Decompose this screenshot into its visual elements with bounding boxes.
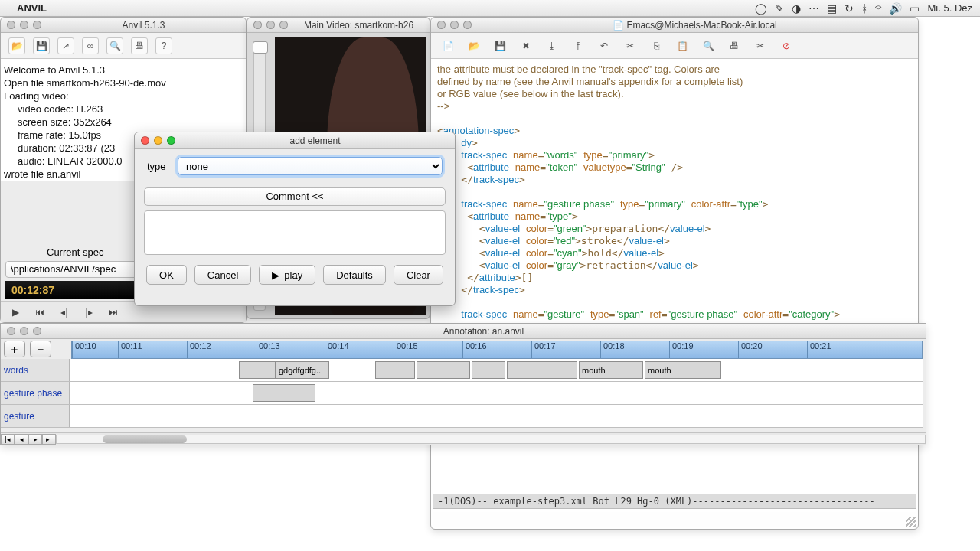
copy-icon[interactable]: ⎘	[647, 37, 665, 54]
add-element-dialog: add element type none Comment << OK Canc…	[134, 132, 456, 306]
close-icon[interactable]	[141, 136, 149, 145]
ok-button[interactable]: OK	[146, 265, 187, 285]
comment-textarea[interactable]	[144, 210, 446, 255]
close-icon[interactable]	[7, 327, 15, 335]
help-icon[interactable]: ⊘	[777, 37, 795, 54]
track-lane[interactable]	[70, 382, 923, 404]
comment-toggle-button[interactable]: Comment <<	[144, 187, 446, 206]
step-back-icon[interactable]: ◂|	[57, 305, 71, 319]
menubar-date[interactable]: Mi. 5. Dez	[927, 2, 972, 14]
annotation-segment[interactable]	[507, 361, 577, 379]
annotation-segment[interactable]	[375, 361, 415, 379]
macos-menubar: ANVIL ◯ ✎ ◑ ⋯ ▤ ↻ ᚼ ⌔ 🔊 ▭ Mi. 5. Dez	[0, 0, 980, 17]
type-label: type	[147, 161, 178, 172]
zoom-icon[interactable]	[167, 136, 175, 145]
close-icon[interactable]	[437, 21, 446, 29]
minimize-icon[interactable]	[154, 136, 162, 145]
slider-thumb[interactable]	[253, 41, 268, 54]
link-icon[interactable]: ∞	[82, 37, 99, 54]
rewind-icon[interactable]: ⏮	[33, 305, 47, 319]
annotation-segment[interactable]	[239, 361, 276, 379]
annotation-segment[interactable]	[416, 361, 470, 379]
zoom-icon[interactable]	[33, 21, 41, 29]
export-icon[interactable]: ↗	[57, 37, 74, 54]
play-icon[interactable]: ▶	[8, 305, 22, 319]
forward-icon[interactable]: ⏭	[106, 305, 120, 319]
zoom-icon[interactable]	[33, 327, 41, 335]
redo-icon[interactable]: ⭱	[569, 37, 587, 54]
timeline-ruler[interactable]: 00:10 00:11 00:12 00:13 00:14 00:15 00:1…	[71, 341, 923, 359]
annotation-segment[interactable]: mouth	[579, 361, 643, 379]
annotation-segment[interactable]	[472, 361, 505, 379]
help-icon[interactable]: ?	[155, 37, 172, 54]
annotation-segment[interactable]	[253, 384, 315, 402]
scroll-start-icon[interactable]: |◂	[1, 434, 15, 445]
cut-icon[interactable]: ✂	[621, 37, 639, 54]
menu-extra-icon[interactable]: ◯	[755, 2, 767, 15]
titlebar[interactable]: add element	[135, 132, 455, 149]
revert-icon[interactable]: ↶	[595, 37, 613, 54]
menu-extra-icon[interactable]: ▤	[827, 2, 837, 15]
track-row-gesture: gesture	[1, 405, 923, 428]
save-icon[interactable]: 💾	[491, 37, 509, 54]
volume-icon[interactable]: 🔊	[889, 2, 902, 15]
type-select[interactable]: none	[178, 157, 443, 175]
play-button[interactable]: ▶play	[259, 265, 315, 285]
emacs-minibuffer[interactable]	[433, 512, 916, 527]
titlebar[interactable]: Main Video: smartkom-h26	[247, 18, 430, 33]
app-menu[interactable]: ANVIL	[17, 2, 47, 14]
open-icon[interactable]: 📂	[465, 37, 483, 54]
titlebar[interactable]: 📄 Emacs@Michaels-MacBook-Air.local	[431, 18, 918, 33]
track-label[interactable]: gesture	[1, 405, 70, 427]
time-machine-icon[interactable]: ↻	[844, 2, 854, 15]
print-icon[interactable]: 🖶	[725, 37, 743, 54]
track-lane[interactable]	[70, 405, 923, 427]
search-icon[interactable]: 🔍	[699, 37, 717, 54]
new-file-icon[interactable]: 📄	[439, 37, 457, 54]
minimize-icon[interactable]	[450, 21, 459, 29]
titlebar[interactable]: Annotation: an.anvil	[1, 324, 926, 339]
bluetooth-icon[interactable]: ᚼ	[861, 2, 867, 15]
step-fwd-icon[interactable]: |▸	[82, 305, 96, 319]
scroll-right-icon[interactable]: ▸	[28, 434, 42, 445]
menu-extra-icon[interactable]: ⋯	[808, 2, 819, 15]
menu-extra-icon[interactable]: ◑	[792, 2, 801, 15]
zoom-in-button[interactable]: +	[4, 341, 25, 357]
annotation-segment[interactable]: mouth	[645, 361, 721, 379]
minimize-icon[interactable]	[266, 21, 275, 29]
prefs-icon[interactable]: ✂	[751, 37, 769, 54]
zoom-icon[interactable]	[463, 21, 472, 29]
annotation-segment[interactable]: gdgdfgdfg..	[276, 361, 329, 379]
defaults-button[interactable]: Defaults	[323, 265, 386, 285]
zoom-out-button[interactable]: −	[30, 341, 51, 357]
zoom-icon[interactable]	[279, 21, 288, 29]
horizontal-scrollbar[interactable]: |◂ ◂ ▸ ▸|	[1, 432, 926, 445]
battery-icon[interactable]: ▭	[910, 2, 920, 15]
track-label[interactable]: gesture phase	[1, 382, 70, 404]
clear-button[interactable]: Clear	[394, 265, 443, 285]
titlebar[interactable]: Anvil 5.1.3	[1, 18, 246, 33]
anvil-toolbar: 📂 💾 ↗ ∞ 🔍 🖶 ?	[1, 33, 246, 59]
print-icon[interactable]: 🖶	[131, 37, 148, 54]
track-lane[interactable]: gdgdfgdfg.. mouth mouth	[70, 359, 923, 381]
minimize-icon[interactable]	[20, 21, 28, 29]
emacs-editor[interactable]: the attribute must be declared in the "t…	[431, 59, 918, 325]
search-icon[interactable]: 🔍	[106, 37, 123, 54]
menu-extra-icon[interactable]: ✎	[775, 2, 784, 15]
resize-handle-icon[interactable]	[906, 517, 916, 527]
undo-icon[interactable]: ⭳	[543, 37, 561, 54]
wifi-icon[interactable]: ⌔	[875, 2, 881, 15]
track-row-gesture-phase: gesture phase	[1, 382, 923, 405]
close-icon[interactable]: ✖	[517, 37, 535, 54]
track-label[interactable]: words	[1, 359, 70, 381]
paste-icon[interactable]: 📋	[673, 37, 691, 54]
close-icon[interactable]	[253, 21, 262, 29]
close-icon[interactable]	[7, 21, 15, 29]
open-icon[interactable]: 📂	[8, 37, 25, 54]
cancel-button[interactable]: Cancel	[194, 265, 251, 285]
minimize-icon[interactable]	[20, 327, 28, 335]
scrollbar-thumb[interactable]	[103, 435, 187, 443]
scroll-left-icon[interactable]: ◂	[15, 434, 28, 445]
save-icon[interactable]: 💾	[33, 37, 50, 54]
scroll-end-icon[interactable]: ▸|	[42, 434, 56, 445]
